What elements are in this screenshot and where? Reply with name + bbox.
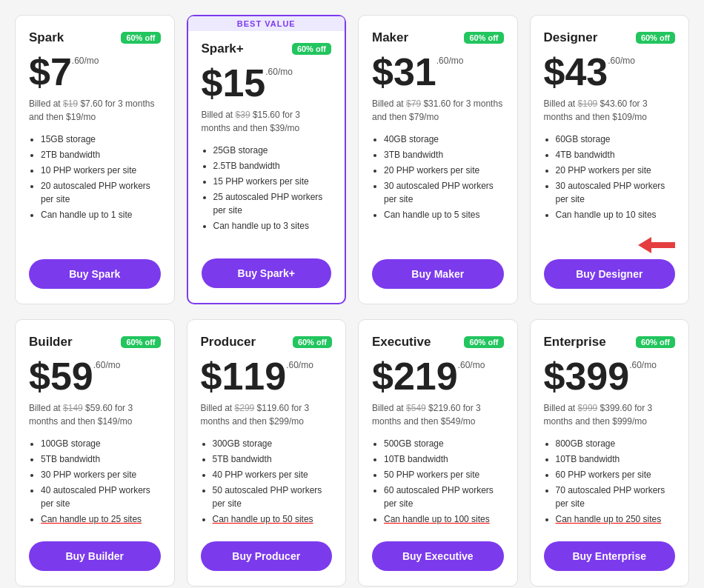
feature-item: Can handle up to 10 sites bbox=[556, 208, 676, 221]
plan-price-enterprise: $399.60/mo bbox=[544, 357, 676, 395]
feature-item: 500GB storage bbox=[384, 437, 504, 450]
feature-item: 25 autoscaled PHP workers per site bbox=[213, 190, 332, 217]
best-value-banner: BEST VALUE bbox=[188, 16, 345, 31]
plan-badge-builder: 60% off bbox=[121, 336, 160, 348]
plan-name-enterprise: Enterprise bbox=[544, 335, 606, 350]
plan-billed-spark-plus: Billed at $39 $15.60 for 3 months and th… bbox=[202, 108, 332, 135]
plan-suffix-designer: .60/mo bbox=[608, 56, 635, 66]
feature-item: 2.5TB bandwidth bbox=[213, 159, 332, 173]
plan-billed-spark: Billed at $19 $7.60 for 3 months and the… bbox=[29, 97, 161, 124]
plan-dollar-executive: $219 bbox=[372, 357, 458, 395]
buy-button-producer[interactable]: Buy Producer bbox=[201, 541, 333, 571]
feature-item: Can handle up to 250 sites bbox=[556, 512, 676, 526]
feature-item: Can handle up to 25 sites bbox=[41, 512, 161, 526]
red-arrow-icon bbox=[638, 237, 675, 253]
plan-features-spark: 15GB storage2TB bandwidth10 PHP workers … bbox=[29, 133, 161, 246]
plan-badge-producer: 60% off bbox=[293, 336, 332, 348]
feature-item: 50 PHP workers per site bbox=[384, 468, 504, 481]
buy-button-maker[interactable]: Buy Maker bbox=[372, 259, 504, 289]
plan-features-designer: 60GB storage4TB bandwidth20 PHP workers … bbox=[544, 133, 676, 224]
plan-suffix-executive: .60/mo bbox=[458, 360, 485, 370]
plan-billed-designer: Billed at $109 $43.60 for 3 months and t… bbox=[544, 97, 676, 124]
plan-dollar-maker: $31 bbox=[372, 53, 436, 91]
feature-item: 10TB bandwidth bbox=[556, 452, 676, 466]
plan-name-maker: Maker bbox=[372, 30, 408, 45]
plan-suffix-spark-plus: .60/mo bbox=[265, 67, 293, 77]
feature-item: 40GB storage bbox=[384, 133, 504, 146]
pricing-row-0: Spark60% off$7.60/moBilled at $19 $7.60 … bbox=[15, 15, 689, 304]
plan-name-producer: Producer bbox=[201, 335, 256, 350]
plan-card-spark: Spark60% off$7.60/moBilled at $19 $7.60 … bbox=[15, 15, 175, 304]
plan-header-spark: Spark60% off bbox=[29, 30, 161, 45]
feature-item: 70 autoscaled PHP workers per site bbox=[556, 484, 676, 510]
buy-button-builder[interactable]: Buy Builder bbox=[29, 541, 161, 571]
feature-item: 2TB bandwidth bbox=[41, 148, 161, 161]
plan-card-designer: Designer60% off$43.60/moBilled at $109 $… bbox=[530, 15, 690, 304]
plan-badge-spark: 60% off bbox=[121, 32, 160, 44]
plan-header-spark-plus: Spark+60% off bbox=[202, 41, 332, 56]
plan-suffix-producer: .60/mo bbox=[286, 360, 313, 370]
plan-billed-executive: Billed at $549 $219.60 for 3 months and … bbox=[372, 401, 504, 428]
plan-dollar-builder: $59 bbox=[29, 357, 93, 395]
plan-suffix-enterprise: .60/mo bbox=[629, 360, 657, 370]
plan-price-spark: $7.60/mo bbox=[29, 53, 161, 91]
plan-header-producer: Producer60% off bbox=[201, 335, 333, 350]
plan-name-spark-plus: Spark+ bbox=[202, 41, 244, 56]
plan-billed-builder: Billed at $149 $59.60 for 3 months and t… bbox=[29, 401, 161, 428]
plan-price-designer: $43.60/mo bbox=[544, 53, 676, 91]
plan-billed-producer: Billed at $299 $119.60 for 3 months and … bbox=[201, 401, 333, 428]
feature-item: 20 PHP workers per site bbox=[384, 164, 504, 177]
buy-button-spark[interactable]: Buy Spark bbox=[29, 259, 161, 289]
plan-price-executive: $219.60/mo bbox=[372, 357, 504, 395]
feature-item: 5TB bandwidth bbox=[41, 452, 161, 466]
plan-card-maker: Maker60% off$31.60/moBilled at $79 $31.6… bbox=[358, 15, 518, 304]
feature-item: 4TB bandwidth bbox=[556, 148, 676, 161]
plan-name-designer: Designer bbox=[544, 30, 598, 45]
plan-badge-designer: 60% off bbox=[636, 32, 675, 44]
buy-button-enterprise[interactable]: Buy Enterprise bbox=[544, 541, 676, 571]
feature-item: 10TB bandwidth bbox=[384, 452, 504, 466]
plan-name-builder: Builder bbox=[29, 335, 73, 350]
feature-item: 60GB storage bbox=[556, 133, 676, 146]
plan-card-spark-plus: BEST VALUESpark+60% off$15.60/moBilled a… bbox=[187, 15, 347, 304]
plan-name-spark: Spark bbox=[29, 30, 64, 45]
plan-badge-enterprise: 60% off bbox=[636, 336, 675, 348]
feature-item: 800GB storage bbox=[556, 437, 676, 450]
feature-item: 60 PHP workers per site bbox=[556, 468, 676, 481]
plan-price-builder: $59.60/mo bbox=[29, 357, 161, 395]
feature-item: 30 autoscaled PHP workers per site bbox=[384, 179, 504, 206]
plan-header-executive: Executive60% off bbox=[372, 335, 504, 350]
feature-item: Can handle up to 3 sites bbox=[213, 219, 332, 233]
plan-suffix-builder: .60/mo bbox=[93, 360, 121, 370]
buy-button-spark-plus[interactable]: Buy Spark+ bbox=[202, 258, 332, 288]
pricing-grid-1: Builder60% off$59.60/moBilled at $149 $5… bbox=[15, 319, 689, 587]
plan-dollar-spark: $7 bbox=[29, 53, 72, 91]
plan-badge-executive: 60% off bbox=[464, 336, 503, 348]
plan-dollar-enterprise: $399 bbox=[544, 357, 630, 395]
feature-item: 3TB bandwidth bbox=[384, 148, 504, 161]
plan-header-designer: Designer60% off bbox=[544, 30, 676, 45]
plan-suffix-maker: .60/mo bbox=[436, 56, 464, 66]
feature-item: Can handle up to 5 sites bbox=[384, 208, 504, 221]
plan-billed-maker: Billed at $79 $31.60 for 3 months and th… bbox=[372, 97, 504, 124]
plan-header-maker: Maker60% off bbox=[372, 30, 504, 45]
plan-billed-enterprise: Billed at $999 $399.60 for 3 months and … bbox=[544, 401, 676, 428]
plan-header-enterprise: Enterprise60% off bbox=[544, 335, 676, 350]
plan-features-producer: 300GB storage5TB bandwidth40 PHP workers… bbox=[201, 437, 333, 528]
plan-card-producer: Producer60% off$119.60/moBilled at $299 … bbox=[187, 319, 347, 587]
feature-item: 20 autoscaled PHP workers per site bbox=[41, 179, 161, 206]
feature-item: 40 autoscaled PHP workers per site bbox=[41, 484, 161, 510]
plan-features-builder: 100GB storage5TB bandwidth30 PHP workers… bbox=[29, 437, 161, 528]
feature-item: 15GB storage bbox=[41, 133, 161, 146]
feature-item: 5TB bandwidth bbox=[213, 452, 333, 466]
buy-button-executive[interactable]: Buy Executive bbox=[372, 541, 504, 571]
plan-features-enterprise: 800GB storage10TB bandwidth60 PHP worker… bbox=[544, 437, 676, 528]
plan-card-enterprise: Enterprise60% off$399.60/moBilled at $99… bbox=[530, 319, 690, 587]
feature-item: 60 autoscaled PHP workers per site bbox=[384, 484, 504, 510]
plan-features-spark-plus: 25GB storage2.5TB bandwidth15 PHP worker… bbox=[202, 144, 332, 245]
feature-item: 30 autoscaled PHP workers per site bbox=[556, 179, 676, 206]
plan-header-builder: Builder60% off bbox=[29, 335, 161, 350]
buy-button-designer[interactable]: Buy Designer bbox=[544, 259, 676, 289]
feature-item: Can handle up to 100 sites bbox=[384, 512, 504, 526]
feature-item: 50 autoscaled PHP workers per site bbox=[213, 484, 333, 510]
